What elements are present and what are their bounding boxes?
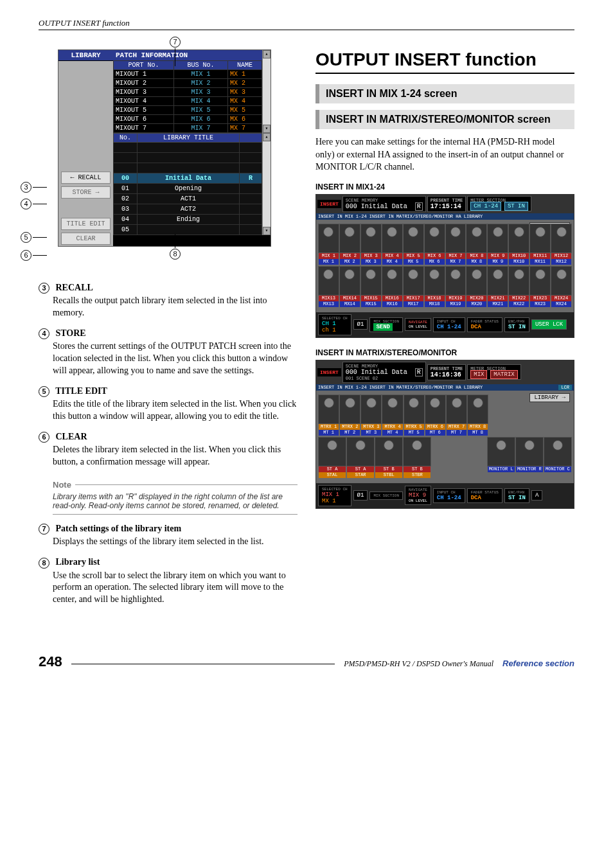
- navigate: NAVIGATEMIX 9ON LEVEL: [405, 486, 431, 505]
- enc-pan: ENC/PANST IN: [504, 317, 529, 332]
- channel-strip[interactable]: MIX17MX17: [404, 266, 423, 307]
- library-list-row[interactable]: 03ACT2: [114, 204, 262, 215]
- callout-7: 7: [170, 37, 181, 48]
- library-pill[interactable]: LIBRARY →: [529, 393, 570, 402]
- channel-strip[interactable]: MIX10MX10: [509, 224, 529, 265]
- channel-strip[interactable]: MIX 6MX 6: [425, 224, 445, 265]
- channel-strip[interactable]: MTRX 3MT 3: [361, 394, 381, 436]
- desc-store: 4 STORE Stores the current settings of t…: [39, 328, 298, 377]
- channel-strip[interactable]: MIX 8MX 8: [466, 224, 486, 265]
- channel-strip[interactable]: MTRX 7MT 7: [447, 394, 466, 436]
- channel-strip[interactable]: MIX16MX16: [382, 266, 402, 307]
- input-ch: INPUT CHCH 1-24: [433, 317, 465, 332]
- clear-button[interactable]: CLEAR: [61, 233, 111, 245]
- channel-strip[interactable]: ST ASTAR: [347, 437, 374, 478]
- patch-row: MIXOUT 6MIX 6MX 6: [114, 115, 262, 124]
- scroll-up-icon[interactable]: ▴: [263, 50, 271, 58]
- reference-section: Reference section: [502, 659, 574, 668]
- channel-strip[interactable]: MIX 3MX 3: [361, 224, 381, 265]
- channel-strip[interactable]: MTRX 1MT 1: [319, 394, 339, 436]
- library-list-row[interactable]: 01Opening: [114, 184, 262, 194]
- channel-strip[interactable]: MONITOR R: [516, 437, 543, 478]
- channel-strip[interactable]: ST ASTAL: [319, 437, 346, 478]
- col-title: LIBRARY TITLE: [138, 134, 240, 143]
- channel-strip[interactable]: MTRX 2MT 2: [340, 394, 360, 436]
- library-list-row[interactable]: 00Initial DataR: [114, 173, 262, 184]
- patch-row: MIXOUT 4MIX 4MX 4: [114, 97, 262, 106]
- user-lock: USER LCK: [531, 319, 567, 330]
- channel-strip[interactable]: MIX20MX20: [466, 266, 486, 307]
- channel-strip[interactable]: MIX15MX15: [361, 266, 381, 307]
- channel-strip[interactable]: ST BSTBR: [404, 437, 431, 478]
- selected-ch: SELECTED CH MIX 1 MX 1: [318, 485, 351, 506]
- library-tab[interactable]: LIBRARY: [58, 50, 113, 61]
- desc-library-list: 8 Library list Use the scroll bar to sel…: [39, 557, 298, 606]
- channel-strip[interactable]: MIX23MX23: [530, 266, 550, 307]
- channel-strip[interactable]: MTRX 4MT 4: [382, 394, 402, 436]
- channel-strip[interactable]: MTRX 8MT 8: [468, 394, 488, 436]
- mix-section: MIX SECTIONSEND: [369, 317, 403, 332]
- channel-strip[interactable]: ST BSTBL: [375, 437, 402, 478]
- a-button: A: [531, 490, 542, 500]
- input-ch: INPUT CHCH 1-24: [433, 488, 465, 503]
- selected-ch: SELECTED CH CH 1 ch 1: [318, 314, 351, 335]
- patch-info-header: PATCH INFORMATION: [113, 50, 262, 60]
- scroll-down-icon[interactable]: ▾: [263, 227, 271, 235]
- channel-strip[interactable]: MIX21MX21: [488, 266, 508, 307]
- channel-strip[interactable]: MTRX 6MT 6: [425, 394, 445, 436]
- channel-strip[interactable]: MIX 4MX 4: [382, 224, 402, 265]
- channel-strip[interactable]: MIX19MX19: [446, 266, 466, 307]
- insert-badge: INSERT: [317, 368, 341, 376]
- list-scrollbar[interactable]: ▴ ▾: [262, 133, 271, 235]
- library-list-row[interactable]: 05: [114, 225, 262, 235]
- channel-strip[interactable]: MTRX 5MT 5: [404, 394, 424, 436]
- meter-section: METER SECTION CH 1-24 ST IN: [467, 196, 531, 211]
- page-header: OUTPUT INSERT function: [39, 18, 574, 30]
- channel-strip[interactable]: MIX24MX24: [551, 266, 571, 307]
- col-bus: BUS No.: [174, 61, 228, 70]
- mixer-tabs[interactable]: INSERT IN MIX 1-24 INSERT IN MATRIX/STER…: [316, 213, 574, 220]
- note-box: Note Library items with an "R" displayed…: [53, 477, 298, 515]
- header-section-title: OUTPUT INSERT function: [39, 18, 130, 28]
- channel-strip[interactable]: MIX 2MX 2: [340, 224, 360, 265]
- page-title: OUTPUT INSERT function: [315, 49, 574, 74]
- library-list-row[interactable]: [114, 163, 262, 173]
- section-insert-mix: INSERT IN MIX 1-24 screen: [315, 84, 574, 103]
- channel-strip[interactable]: MIX 5MX 5: [404, 224, 423, 265]
- channel-strip[interactable]: MIX13MX13: [319, 266, 339, 307]
- store-button[interactable]: STORE →: [61, 186, 111, 199]
- navigate: NAVIGATEON LEVEL: [405, 318, 431, 331]
- library-list-row[interactable]: [114, 143, 262, 153]
- channel-strip[interactable]: MIX 1MX 1: [319, 224, 339, 265]
- patch-row: MIXOUT 7MIX 7MX 7: [114, 124, 262, 133]
- scroll-down-icon[interactable]: ▾: [263, 125, 271, 133]
- channel-strip[interactable]: MONITOR C: [544, 437, 571, 478]
- channel-strip[interactable]: MIX18MX18: [425, 266, 445, 307]
- channel-strip[interactable]: MIX14MX14: [340, 266, 360, 307]
- library-list-row[interactable]: 04Ending: [114, 215, 262, 225]
- channel-strip[interactable]: MIX12MX12: [551, 224, 571, 265]
- scene-memory: SCENE MEMORY 000 Initial Data R: [342, 196, 426, 212]
- mixer-screenshot-mix124: INSERT SCENE MEMORY 000 Initial Data R P…: [315, 194, 574, 338]
- channel-strip[interactable]: MONITOR L: [488, 437, 515, 478]
- patch-row: MIXOUT 3MIX 3MX 3: [114, 88, 262, 97]
- col-name: NAME: [227, 61, 262, 70]
- channel-strip[interactable]: MIX 7MX 7: [446, 224, 466, 265]
- desc-patch-settings: 7 Patch settings of the library item Dis…: [39, 524, 298, 548]
- channel-strip[interactable]: MIX 9MX 9: [488, 224, 508, 265]
- library-list-row[interactable]: [114, 153, 262, 163]
- mixer-tabs[interactable]: INSERT IN MIX 1-24 INSERT IN MATRIX/STER…: [316, 384, 574, 391]
- channel-strip[interactable]: MIX22MX22: [509, 266, 529, 307]
- desc-clear: 6 CLEAR Deletes the library item selecte…: [39, 432, 298, 468]
- title-edit-button[interactable]: TITLE EDIT: [61, 218, 111, 230]
- recall-button[interactable]: ← RECALL: [61, 172, 111, 184]
- col-port: PORT No.: [114, 61, 174, 70]
- patch-scrollbar[interactable]: ▴ ▾: [262, 50, 271, 133]
- library-list-table[interactable]: No. LIBRARY TITLE 00Initial DataR01Openi…: [113, 133, 262, 235]
- library-list-row[interactable]: 02ACT1: [114, 194, 262, 204]
- col-no: No.: [114, 134, 138, 143]
- scroll-up-icon[interactable]: ▴: [263, 133, 271, 141]
- fader-status: FADER STATUSDCA: [467, 317, 502, 332]
- fader-status: FADER STATUSDCA: [467, 488, 502, 503]
- channel-strip[interactable]: MIX11MX11: [530, 224, 550, 265]
